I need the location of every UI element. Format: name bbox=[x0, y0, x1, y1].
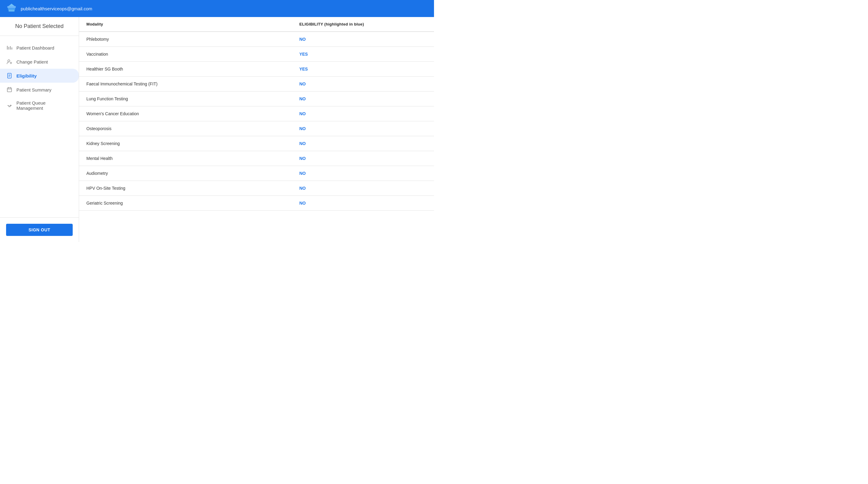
sidebar-item-patient-dashboard[interactable]: Patient Dashboard bbox=[0, 41, 79, 55]
sidebar: No Patient Selected Patient Dashboard bbox=[0, 17, 79, 242]
svg-rect-7 bbox=[11, 47, 12, 50]
sidebar-item-eligibility-label: Eligibility bbox=[17, 73, 37, 78]
user-email: publichealthserviceops@gmail.com bbox=[21, 6, 92, 11]
table-row: Geriatric ScreeningNO bbox=[79, 196, 434, 211]
table-row: Lung Function TestingNO bbox=[79, 92, 434, 106]
eligibility-cell: YES bbox=[292, 47, 434, 62]
svg-marker-3 bbox=[8, 4, 14, 6]
svg-rect-6 bbox=[10, 46, 11, 50]
sidebar-item-patient-queue-management[interactable]: Patient Queue Management bbox=[0, 97, 79, 114]
svg-rect-2 bbox=[8, 10, 14, 11]
column-header-modality: Modality bbox=[79, 17, 292, 32]
svg-rect-15 bbox=[7, 88, 11, 92]
modality-cell: HPV On-Site Testing bbox=[79, 181, 292, 196]
eligibility-value: NO bbox=[299, 156, 306, 161]
eligibility-cell: NO bbox=[292, 166, 434, 181]
table-row: OsteoporosisNO bbox=[79, 121, 434, 136]
eligibility-value: NO bbox=[299, 37, 306, 42]
eligibility-value: NO bbox=[299, 201, 306, 205]
modality-cell: Geriatric Screening bbox=[79, 196, 292, 211]
sidebar-item-eligibility[interactable]: Eligibility bbox=[0, 69, 79, 83]
eligibility-value: NO bbox=[299, 82, 306, 86]
modality-cell: Vaccination bbox=[79, 47, 292, 62]
sidebar-item-change-patient-label: Change Patient bbox=[17, 59, 48, 64]
modality-cell: Women's Cancer Education bbox=[79, 106, 292, 121]
svg-rect-1 bbox=[8, 8, 15, 10]
table-row: Healthier SG BoothYES bbox=[79, 62, 434, 76]
modality-cell: Audiometry bbox=[79, 166, 292, 181]
eligibility-cell: NO bbox=[292, 106, 434, 121]
sign-out-button[interactable]: SIGN OUT bbox=[6, 224, 73, 236]
eligibility-cell: NO bbox=[292, 181, 434, 196]
eligibility-value: NO bbox=[299, 126, 306, 131]
svg-rect-0 bbox=[7, 6, 16, 8]
modality-cell: Phlebotomy bbox=[79, 32, 292, 47]
table-row: Kidney ScreeningNO bbox=[79, 136, 434, 151]
table-row: PhlebotomyNO bbox=[79, 32, 434, 47]
table-row: AudiometryNO bbox=[79, 166, 434, 181]
modality-cell: Lung Function Testing bbox=[79, 92, 292, 106]
table-row: Mental HealthNO bbox=[79, 151, 434, 166]
calendar-icon bbox=[6, 86, 13, 93]
document-icon bbox=[6, 72, 13, 79]
table-row: VaccinationYES bbox=[79, 47, 434, 62]
eligibility-cell: NO bbox=[292, 76, 434, 92]
sidebar-item-change-patient[interactable]: Change Patient bbox=[0, 55, 79, 69]
app-logo bbox=[6, 3, 17, 14]
queue-icon bbox=[6, 102, 13, 109]
sidebar-bottom: SIGN OUT bbox=[0, 217, 79, 242]
eligibility-table: Modality ELIGIBILITY (highlighted in blu… bbox=[79, 17, 434, 211]
svg-rect-4 bbox=[7, 46, 8, 50]
eligibility-cell: NO bbox=[292, 92, 434, 106]
eligibility-value: NO bbox=[299, 171, 306, 176]
eligibility-value: YES bbox=[299, 52, 308, 57]
modality-cell: Kidney Screening bbox=[79, 136, 292, 151]
modality-cell: Mental Health bbox=[79, 151, 292, 166]
table-row: Women's Cancer EducationNO bbox=[79, 106, 434, 121]
dashboard-icon bbox=[6, 44, 13, 51]
main-content: Modality ELIGIBILITY (highlighted in blu… bbox=[79, 17, 434, 242]
person-add-icon bbox=[6, 58, 13, 65]
nav-menu: Patient Dashboard Change Patient bbox=[0, 36, 79, 217]
no-patient-label: No Patient Selected bbox=[0, 17, 79, 36]
svg-point-8 bbox=[8, 60, 10, 62]
sidebar-item-patient-summary-label: Patient Summary bbox=[17, 87, 52, 92]
table-row: HPV On-Site TestingNO bbox=[79, 181, 434, 196]
modality-cell: Osteoporosis bbox=[79, 121, 292, 136]
sidebar-item-patient-queue-management-label: Patient Queue Management bbox=[17, 100, 73, 111]
modality-cell: Faecal Immunochemical Testing (FIT) bbox=[79, 76, 292, 92]
eligibility-cell: NO bbox=[292, 151, 434, 166]
eligibility-cell: NO bbox=[292, 121, 434, 136]
eligibility-cell: NO bbox=[292, 136, 434, 151]
eligibility-cell: YES bbox=[292, 62, 434, 76]
app-header: publichealthserviceops@gmail.com bbox=[0, 0, 434, 17]
eligibility-value: NO bbox=[299, 141, 306, 146]
eligibility-value: YES bbox=[299, 67, 308, 71]
column-header-eligibility: ELIGIBILITY (highlighted in blue) bbox=[292, 17, 434, 32]
eligibility-value: NO bbox=[299, 186, 306, 191]
sidebar-item-patient-summary[interactable]: Patient Summary bbox=[0, 83, 79, 97]
eligibility-value: NO bbox=[299, 96, 306, 101]
table-row: Faecal Immunochemical Testing (FIT)NO bbox=[79, 76, 434, 92]
eligibility-cell: NO bbox=[292, 32, 434, 47]
sidebar-item-patient-dashboard-label: Patient Dashboard bbox=[17, 45, 54, 51]
table-header-row: Modality ELIGIBILITY (highlighted in blu… bbox=[79, 17, 434, 32]
svg-rect-5 bbox=[8, 47, 9, 50]
modality-cell: Healthier SG Booth bbox=[79, 62, 292, 76]
eligibility-value: NO bbox=[299, 111, 306, 116]
eligibility-cell: NO bbox=[292, 196, 434, 211]
